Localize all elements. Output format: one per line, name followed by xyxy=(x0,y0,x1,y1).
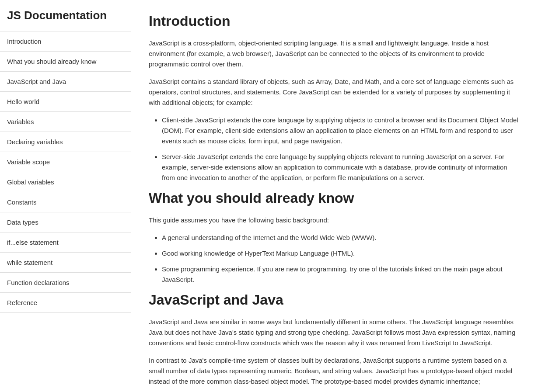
section-javascript-and-java: JavaScript and JavaJavaScript and Java a… xyxy=(149,292,521,387)
sidebar: JS Documentation IntroductionWhat you sh… xyxy=(0,0,131,392)
sidebar-item-13[interactable]: Reference xyxy=(0,293,131,313)
sidebar-item-0[interactable]: Introduction xyxy=(0,31,131,52)
section-paragraph: In contrast to Java's compile-time syste… xyxy=(149,355,521,387)
bullet-item: Good working knowledge of HyperText Mark… xyxy=(162,248,521,259)
section-what-you-should-know: What you should already knowThis guide a… xyxy=(149,190,521,285)
nav-list: IntroductionWhat you should already know… xyxy=(0,31,131,313)
bullet-item: Client-side JavaScript extends the core … xyxy=(162,115,521,146)
sidebar-item-1[interactable]: What you should already know xyxy=(0,52,131,72)
bullet-item: Server-side JavaScript extends the core … xyxy=(162,152,521,183)
sidebar-item-4[interactable]: Variables xyxy=(0,112,131,132)
bullet-item: Some programming experience. If you are … xyxy=(162,264,521,285)
main-content: IntroductionJavaScript is a cross-platfo… xyxy=(131,0,538,392)
sidebar-item-8[interactable]: Constants xyxy=(0,192,131,212)
sidebar-item-7[interactable]: Global variables xyxy=(0,172,131,192)
bullet-item: A general understanding of the Internet … xyxy=(162,232,521,243)
section-paragraph: JavaScript is a cross-platform, object-o… xyxy=(149,38,521,69)
section-bullets: A general understanding of the Internet … xyxy=(162,232,521,285)
sidebar-item-2[interactable]: JavaScript and Java xyxy=(0,72,131,92)
section-paragraph: This guide assumes you have the followin… xyxy=(149,215,521,225)
section-title-what-you-should-know: What you should already know xyxy=(149,190,521,206)
sidebar-item-11[interactable]: while statement xyxy=(0,253,131,273)
sidebar-item-5[interactable]: Declaring variables xyxy=(0,132,131,152)
section-introduction: IntroductionJavaScript is a cross-platfo… xyxy=(149,13,521,183)
sidebar-title: JS Documentation xyxy=(0,0,131,31)
section-paragraph: JavaScript contains a standard library o… xyxy=(149,76,521,108)
section-bullets: Client-side JavaScript extends the core … xyxy=(162,115,521,183)
sidebar-item-6[interactable]: Variable scope xyxy=(0,152,131,172)
section-title-javascript-and-java: JavaScript and Java xyxy=(149,292,521,308)
sidebar-item-9[interactable]: Data types xyxy=(0,212,131,232)
section-paragraph: JavaScript and Java are similar in some … xyxy=(149,317,521,348)
section-title-introduction: Introduction xyxy=(149,13,521,29)
sidebar-item-3[interactable]: Hello world xyxy=(0,92,131,112)
sidebar-item-12[interactable]: Function declarations xyxy=(0,273,131,293)
sidebar-item-10[interactable]: if...else statement xyxy=(0,232,131,253)
